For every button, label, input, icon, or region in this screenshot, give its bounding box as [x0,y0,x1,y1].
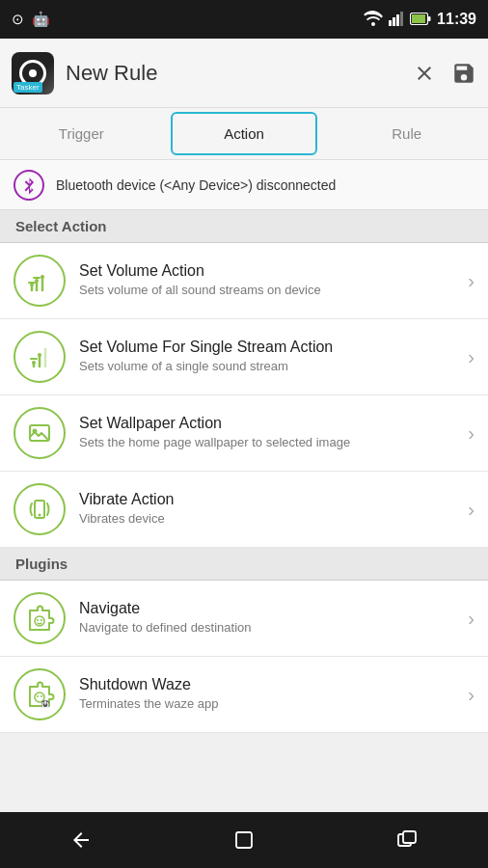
svg-point-28 [35,692,44,702]
vibrate-icon [14,483,66,535]
set-volume-single-title: Set Volume For Single Stream Action [79,339,464,356]
header-title: New Rule [66,61,413,86]
close-button[interactable] [413,62,436,85]
svg-rect-35 [403,831,416,843]
svg-point-26 [37,619,39,621]
svg-point-18 [32,361,36,365]
navigate-title: Navigate [79,600,464,617]
circle-icon: ⊙ [12,11,24,28]
svg-point-14 [41,275,44,279]
chevron-icon-2: › [468,422,474,445]
list-item-shutdown-waze[interactable]: Shutdown Waze Terminates the waze app › [0,657,488,733]
list-item-set-volume-single[interactable]: Set Volume For Single Stream Action Sets… [0,319,488,395]
set-volume-subtitle: Sets volume of all sound streams on devi… [79,283,464,299]
shutdown-waze-subtitle: Terminates the waze app [79,696,464,713]
wifi-icon [364,11,383,29]
svg-rect-33 [236,832,252,848]
home-button[interactable] [215,821,273,859]
bluetooth-text: Bluetooth device (<Any Device>) disconne… [56,177,336,193]
signal-icon [389,11,404,29]
chevron-icon-1: › [468,346,474,368]
svg-rect-3 [400,12,403,26]
set-wallpaper-text: Set Wallpaper Action Sets the home page … [79,415,464,451]
app-logo: Tasker [12,52,54,95]
app-header: Tasker New Rule [0,39,488,108]
chevron-icon-3: › [468,499,474,521]
svg-point-24 [39,514,41,517]
set-volume-text: Set Volume Action Sets volume of all sou… [79,262,464,299]
set-volume-single-icon [14,331,66,383]
status-bar: ⊙ 🤖 11:39 [0,0,488,39]
svg-point-13 [35,279,39,283]
svg-point-30 [41,695,42,697]
shutdown-waze-icon [14,668,66,720]
set-wallpaper-title: Set Wallpaper Action [79,415,464,432]
recents-button[interactable] [378,821,436,859]
save-button[interactable] [451,61,476,86]
tab-action[interactable]: Action [163,108,326,159]
svg-rect-2 [396,14,399,26]
list-item-set-wallpaper[interactable]: Set Wallpaper Action Sets the home page … [0,395,488,472]
svg-point-29 [37,695,39,697]
navigate-subtitle: Navigate to defined destination [79,620,464,637]
svg-rect-6 [428,16,431,21]
tab-bar: Trigger Action Rule [0,108,488,160]
bottom-navigation [0,812,488,868]
tasker-badge: Tasker [14,82,42,93]
chevron-icon-0: › [468,270,474,292]
back-button[interactable] [52,821,110,859]
bluetooth-banner: Bluetooth device (<Any Device>) disconne… [0,160,488,210]
battery-icon [410,12,431,28]
set-volume-single-subtitle: Sets volume of a single sound stream [79,359,464,375]
svg-rect-0 [389,20,392,26]
logo-dot [29,69,37,77]
shutdown-waze-title: Shutdown Waze [79,676,464,693]
status-time: 11:39 [437,11,476,28]
shutdown-waze-text: Shutdown Waze Terminates the waze app [79,676,464,713]
list-item-set-volume[interactable]: Set Volume Action Sets volume of all sou… [0,243,488,319]
list-item-vibrate[interactable]: Vibrate Action Vibrates device › [0,472,488,548]
plugins-header: Plugins [0,548,488,581]
svg-point-19 [38,353,41,357]
select-action-header: Select Action [0,210,488,243]
android-icon: 🤖 [32,11,50,28]
list-item-navigate[interactable]: Navigate Navigate to defined destination… [0,581,488,657]
chevron-icon-4: › [468,608,474,630]
status-left-icons: ⊙ 🤖 [12,11,50,28]
bluetooth-icon [14,170,44,201]
tab-rule[interactable]: Rule [325,108,488,159]
status-right-icons: 11:39 [364,11,476,29]
set-wallpaper-icon [14,407,66,459]
set-volume-single-text: Set Volume For Single Stream Action Sets… [79,339,464,375]
navigate-text: Navigate Navigate to defined destination [79,600,464,637]
svg-point-12 [30,283,34,286]
navigate-icon [14,592,66,644]
vibrate-title: Vibrate Action [79,491,464,508]
chevron-icon-5: › [468,684,474,706]
set-wallpaper-subtitle: Sets the home page wallpaper to selected… [79,435,464,451]
set-volume-title: Set Volume Action [79,262,464,280]
svg-rect-1 [393,17,395,26]
header-actions [413,61,476,86]
vibrate-text: Vibrate Action Vibrates device [79,491,464,528]
svg-point-27 [41,619,42,621]
vibrate-subtitle: Vibrates device [79,511,464,528]
tab-trigger[interactable]: Trigger [0,108,163,159]
svg-rect-5 [412,14,425,23]
set-volume-icon [14,255,66,307]
